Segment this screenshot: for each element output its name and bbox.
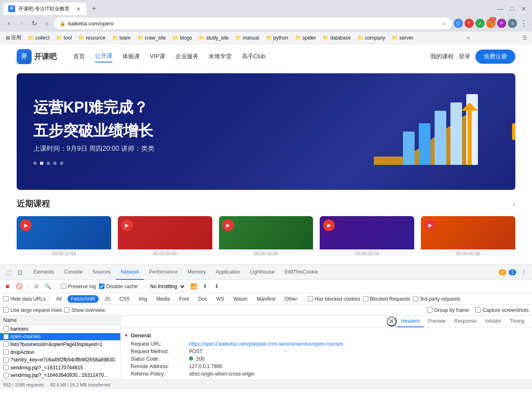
request-item-drop-action[interactable]: dropAction bbox=[0, 349, 120, 356]
detail-tab-preview[interactable]: Preview bbox=[424, 316, 450, 327]
close-button[interactable]: ✕ bbox=[519, 4, 529, 14]
dot-5[interactable] bbox=[60, 162, 63, 165]
request-checkbox-banners[interactable] bbox=[3, 326, 9, 331]
export-button[interactable]: ⬇ bbox=[213, 282, 221, 291]
bookmark-blogs[interactable]: 📁 blogs bbox=[170, 34, 194, 42]
disable-cache-checkbox[interactable] bbox=[99, 284, 104, 289]
show-overview-label[interactable]: Show overview bbox=[64, 307, 105, 313]
preserve-log-label[interactable]: Preserve log bbox=[61, 284, 96, 289]
bookmark-study[interactable]: 📁 study_site bbox=[196, 34, 231, 42]
dot-1[interactable] bbox=[33, 162, 37, 165]
menu-button[interactable]: ⋮ bbox=[519, 18, 529, 28]
clear-button[interactable]: 🚫 bbox=[15, 282, 23, 291]
general-title[interactable]: ▼ General bbox=[124, 331, 529, 340]
request-item-open-courses[interactable]: open-courses bbox=[0, 333, 120, 341]
minimize-button[interactable]: — bbox=[495, 4, 505, 14]
tab-performance[interactable]: Performance bbox=[144, 265, 183, 280]
maximize-button[interactable]: □ bbox=[507, 4, 517, 14]
course-card-5[interactable]: ▶ 00:00:00:00 bbox=[421, 216, 515, 256]
request-checkbox-drop[interactable] bbox=[3, 349, 9, 355]
blocked-requests-checkbox[interactable] bbox=[363, 296, 368, 301]
bookmark-craw-site[interactable]: 📁 craw_site bbox=[135, 34, 169, 42]
tab-editthiscookie[interactable]: EditThisCookie bbox=[280, 265, 323, 280]
tab-elements[interactable]: Elements bbox=[28, 265, 59, 280]
request-checkbox-sendmsg1[interactable] bbox=[3, 365, 9, 370]
nav-home[interactable]: 首页 bbox=[73, 51, 85, 62]
request-item-sentry[interactable]: ?sentry_key=e7c6a45f2fb54cffb982658a8983… bbox=[0, 356, 120, 364]
bookmark-apps[interactable]: ⊞ 应用 bbox=[3, 33, 24, 42]
nav-midui[interactable]: 米堆学堂 bbox=[209, 51, 232, 62]
hide-data-urls-label[interactable]: Hide data URLs bbox=[3, 296, 46, 302]
dot-4[interactable] bbox=[53, 162, 57, 165]
play-button-1[interactable]: ▶ bbox=[20, 219, 32, 231]
bookmark-python[interactable]: 📁 python bbox=[264, 34, 291, 42]
home-button[interactable]: ⌂ bbox=[41, 17, 52, 29]
filter-other[interactable]: Other bbox=[281, 295, 301, 303]
filter-js[interactable]: JS bbox=[101, 295, 114, 303]
back-button[interactable]: ‹ bbox=[3, 17, 15, 29]
dot-2[interactable] bbox=[40, 162, 43, 165]
filter-doc[interactable]: Doc bbox=[195, 295, 210, 303]
bookmark-collect[interactable]: 📁 collect bbox=[25, 34, 52, 42]
devtools-expand-button[interactable]: ⋮ bbox=[519, 267, 529, 277]
request-item-banners[interactable]: banners bbox=[0, 325, 120, 333]
hide-data-urls-checkbox[interactable] bbox=[3, 296, 9, 301]
bookmark-resource[interactable]: 📁 resource bbox=[76, 34, 108, 42]
my-courses-link[interactable]: 我的课程 bbox=[430, 53, 454, 60]
filter-css[interactable]: CSS bbox=[116, 295, 133, 303]
bookmark-team[interactable]: 📁 team bbox=[109, 34, 133, 42]
bookmark-spider[interactable]: 📁 spider bbox=[293, 34, 319, 42]
tab-application[interactable]: Application bbox=[211, 265, 245, 280]
third-party-checkbox[interactable] bbox=[413, 296, 418, 301]
capture-screenshots-label[interactable]: Capture screenshots bbox=[475, 307, 529, 313]
nav-vip[interactable]: VIP课 bbox=[150, 51, 165, 62]
request-item-sendmsg2[interactable]: sendmsg.jsp?_=16463940930...16311470... bbox=[0, 371, 120, 379]
bookmark-database[interactable]: 📁 database bbox=[320, 34, 353, 42]
request-item-sendmsg1[interactable]: sendmsg.jsp?_=1631170744815 bbox=[0, 364, 120, 372]
forward-button[interactable]: › bbox=[16, 17, 27, 29]
nav-enterprise[interactable]: 企业服务 bbox=[175, 51, 199, 62]
capture-screenshots-checkbox[interactable] bbox=[475, 307, 481, 313]
filter-fetch-xhr[interactable]: Fetch/XHR bbox=[67, 295, 99, 303]
has-blocked-cookies-label[interactable]: Has blocked cookies bbox=[308, 296, 360, 302]
play-button-4[interactable]: ▶ bbox=[323, 219, 335, 231]
sidebar-button[interactable]: ☰ bbox=[521, 34, 529, 42]
play-button-2[interactable]: ▶ bbox=[121, 219, 133, 231]
tab-memory[interactable]: Memory bbox=[183, 265, 211, 280]
register-button[interactable]: 免费注册 bbox=[475, 50, 515, 64]
third-party-label[interactable]: 3rd-party requests bbox=[413, 296, 460, 302]
use-large-rows-checkbox[interactable] bbox=[3, 307, 9, 313]
request-checkbox-sendmsg2[interactable] bbox=[3, 373, 9, 378]
bookmark-tool[interactable]: 📁 tool bbox=[54, 34, 74, 42]
more-bookmarks-button[interactable]: » bbox=[465, 34, 471, 42]
devtools-cursor-button[interactable]: ⬚ bbox=[3, 267, 13, 277]
course-card-4[interactable]: ▶ 00:00:00:00 bbox=[320, 216, 414, 256]
record-button[interactable]: ⏺ bbox=[3, 282, 12, 291]
disable-cache-label[interactable]: Disable cache bbox=[99, 284, 137, 289]
course-card-2[interactable]: ▶ 00:00:00:00 bbox=[118, 216, 212, 256]
search-button[interactable]: 🔍 bbox=[44, 282, 52, 291]
extension-icon-2[interactable]: Y bbox=[465, 19, 474, 28]
filter-img[interactable]: Img bbox=[135, 295, 150, 303]
show-overview-checkbox[interactable] bbox=[64, 307, 70, 313]
group-by-frame-checkbox[interactable] bbox=[427, 307, 433, 313]
filter-button[interactable]: ⊘ bbox=[32, 282, 40, 291]
request-checkbox-lists[interactable] bbox=[3, 341, 9, 347]
tab-console[interactable]: Console bbox=[59, 265, 87, 280]
extension-icon-5[interactable]: P bbox=[497, 19, 506, 28]
url-input[interactable] bbox=[68, 20, 439, 27]
request-item-lists[interactable]: lists?businessId=&openPageDisplayed=1 bbox=[0, 341, 120, 349]
bookmark-star-button[interactable]: ☆ bbox=[442, 20, 447, 27]
preserve-log-checkbox[interactable] bbox=[61, 284, 66, 289]
login-link[interactable]: 登录 bbox=[459, 53, 470, 60]
detail-tab-headers[interactable]: Headers bbox=[397, 316, 424, 327]
nav-trial[interactable]: 体验课 bbox=[122, 51, 140, 62]
extension-icon-4[interactable]: 20 🔧 bbox=[486, 19, 495, 28]
course-card-3[interactable]: ▶ 00:00:00:00 bbox=[219, 216, 313, 256]
request-checkbox-sentry[interactable] bbox=[3, 357, 9, 363]
detail-tab-response[interactable]: Response bbox=[450, 316, 481, 327]
new-tab-button[interactable]: + bbox=[88, 3, 100, 15]
request-checkbox-open-courses[interactable] bbox=[3, 334, 9, 339]
close-detail-button[interactable]: ✕ bbox=[387, 316, 397, 326]
group-by-frame-label[interactable]: Group by frame bbox=[427, 307, 469, 313]
